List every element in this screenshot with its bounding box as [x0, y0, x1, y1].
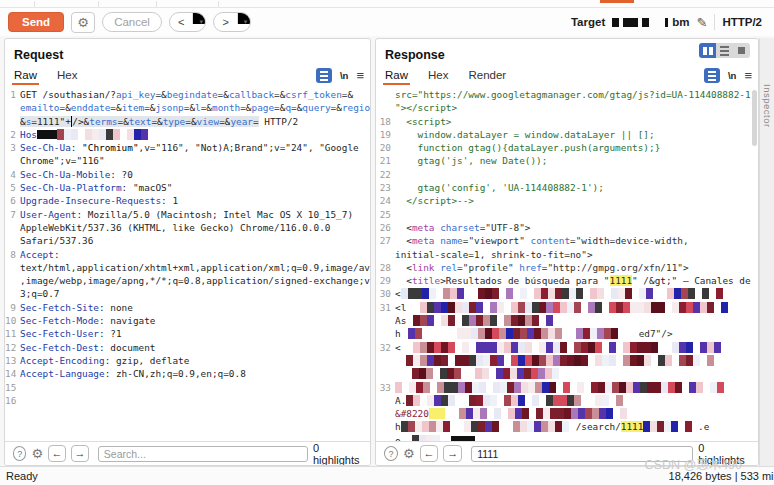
line-content: gtag('config', 'UA-114408882-1');: [395, 181, 758, 194]
layout-columns-button[interactable]: [699, 43, 716, 58]
mosaic-cell: [528, 382, 535, 393]
tab-hex[interactable]: Hex: [57, 69, 77, 85]
mosaic-cell: [562, 288, 569, 299]
mosaic-cell: [618, 328, 625, 339]
tab-render[interactable]: Render: [468, 69, 506, 85]
layout-single-button[interactable]: [733, 43, 750, 58]
mosaic-cell: [462, 355, 469, 366]
search-prev-button[interactable]: ←: [48, 445, 66, 462]
mosaic-cell: [721, 302, 728, 313]
response-editor[interactable]: src="https://www.googletagmanager.com/gt…: [376, 86, 758, 441]
status-ready: Ready: [6, 470, 38, 482]
line-number: 24: [376, 194, 395, 207]
search-help-button[interactable]: ?: [384, 446, 398, 461]
editor-menu-icon[interactable]: ≡: [356, 68, 364, 83]
line-content: text/html,application/xhtml+xml,applicat…: [20, 261, 370, 274]
editor-menu-icon[interactable]: ≡: [744, 68, 752, 83]
search-help-button[interactable]: ?: [13, 446, 26, 461]
forward-dropdown-button[interactable]: ▾: [237, 13, 250, 24]
search-settings-button[interactable]: ⚙: [31, 446, 43, 461]
tab-hex[interactable]: Hex: [428, 69, 448, 85]
tab-raw[interactable]: Raw: [14, 69, 37, 85]
mosaic-cell: [492, 328, 499, 339]
mosaic-cell: [443, 421, 450, 432]
mosaic-cell: [667, 288, 674, 299]
code-segment: <: [395, 222, 412, 233]
back-dropdown-button[interactable]: ▾: [192, 13, 205, 24]
line-number: 6: [5, 194, 20, 207]
mosaic-cell: [583, 288, 590, 299]
mosaic-cell: [478, 328, 485, 339]
pretty-print-button[interactable]: [316, 68, 332, 83]
mosaic-cell: [577, 382, 584, 393]
code-segment: : Mozilla/5.0 (Macintosh; Intel Mac OS X…: [76, 209, 353, 220]
mosaic-cell: [693, 342, 700, 353]
mosaic-cell: [612, 382, 619, 393]
code-line: Chrome";v="116": [5, 154, 370, 167]
line-number: 29: [376, 274, 395, 287]
redacted-mosaic: [406, 342, 728, 353]
mosaic-cell: [415, 328, 422, 339]
line-content: Sec-Ch-Ua-Mobile: ?0: [20, 168, 370, 181]
mosaic-cell: [591, 382, 598, 393]
mosaic-cell: [700, 302, 707, 313]
mosaic-cell: [426, 368, 433, 379]
inspector-sidebar[interactable]: Inspector: [759, 38, 774, 466]
code-segment: : none: [99, 302, 133, 313]
search-next-button[interactable]: →: [71, 445, 89, 462]
code-segment: : ?0: [110, 169, 133, 180]
search-settings-button[interactable]: ⚙: [403, 446, 415, 461]
line-content: As: [395, 314, 758, 327]
back-button[interactable]: <: [170, 13, 192, 31]
mosaic-cell: [141, 129, 148, 140]
forward-button[interactable]: >: [214, 13, 236, 31]
search-next-button[interactable]: →: [443, 445, 462, 462]
cancel-button[interactable]: Cancel: [102, 12, 162, 32]
line-number: 27: [376, 234, 395, 247]
mosaic-cell: [657, 421, 664, 432]
arrow-right-icon: →: [447, 447, 458, 459]
send-button[interactable]: Send: [8, 12, 64, 32]
mosaic-cell: [416, 382, 423, 393]
mosaic-cell: [497, 315, 504, 326]
request-search-input[interactable]: [98, 446, 308, 462]
mosaic-cell: [468, 368, 475, 379]
mosaic-cell: [464, 288, 471, 299]
line-content: gtag('js', new Date());: [395, 154, 758, 167]
mosaic-cell: [406, 395, 413, 406]
mosaic-cell: [120, 129, 127, 140]
mosaic-cell: [490, 315, 497, 326]
code-segment: terms: [89, 116, 117, 127]
code-segment: </script>-->: [395, 195, 474, 206]
scrollbar-thumb[interactable]: [752, 90, 757, 146]
mosaic-cell: [447, 368, 454, 379]
mosaic-cell: [609, 302, 616, 313]
mosaic-cell: [546, 302, 553, 313]
mosaic-cell: [597, 288, 604, 299]
active-tab-indicator: [600, 0, 634, 3]
layout-rows-button[interactable]: [716, 43, 733, 58]
code-segment: gtag('config', 'UA-114408882-1');: [395, 182, 604, 193]
mosaic-cell: [574, 302, 581, 313]
line-content: Sec-Fetch-Site: none: [20, 301, 370, 314]
mosaic-cell: [427, 395, 434, 406]
edit-target-icon[interactable]: ✎: [696, 15, 707, 30]
redacted-mosaic: [406, 395, 623, 406]
send-settings-button[interactable]: ⚙: [71, 12, 95, 33]
line-number: 11: [5, 327, 20, 340]
pretty-print-button[interactable]: [704, 68, 720, 83]
request-editor[interactable]: 1GET /southasian/?api_key=&begindate=&ca…: [5, 86, 370, 441]
code-segment: ,v="116", "Not)A;Brand";v="24", "Google: [139, 142, 359, 153]
mosaic-cell: [553, 355, 560, 366]
mosaic-cell: [707, 342, 714, 353]
mosaic-cell: [499, 328, 506, 339]
mosaic-cell: [527, 328, 534, 339]
tab-raw[interactable]: Raw: [385, 69, 408, 85]
show-newlines-button[interactable]: \n: [340, 70, 348, 81]
line-number: [376, 354, 395, 367]
mosaic-cell: [483, 355, 490, 366]
search-prev-button[interactable]: ←: [420, 445, 439, 462]
pretty-print-icon: [320, 71, 328, 81]
show-newlines-button[interactable]: \n: [728, 70, 736, 81]
mosaic-cell: [413, 315, 420, 326]
